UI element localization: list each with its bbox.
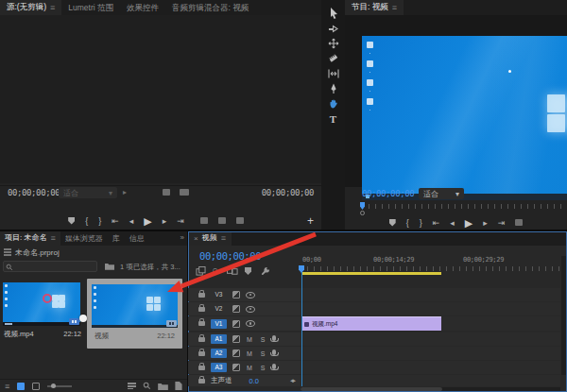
mute-button[interactable]: M <box>246 336 253 343</box>
track-target-a1[interactable]: A1 <box>211 334 227 344</box>
project-file-name[interactable]: 未命名.prproj <box>15 247 60 258</box>
track-lane-a2[interactable] <box>301 347 560 360</box>
track-visibility-icon[interactable] <box>246 306 255 313</box>
panel-menu-icon[interactable]: ≡ <box>221 231 226 246</box>
panel-menu-icon[interactable]: ≡ <box>50 0 55 15</box>
project-item-clip[interactable]: 视频.mp4 22:12 <box>3 281 82 341</box>
go-to-in-button[interactable]: ⇤ <box>112 214 119 228</box>
project-item-sequence-selected[interactable]: 视频 22:12 <box>87 279 182 349</box>
clip-thumbnail[interactable] <box>3 282 80 326</box>
razor-tool[interactable] <box>325 51 342 65</box>
tab-media-browser[interactable]: 媒体浏览器 <box>60 231 108 246</box>
zoom-slider-knob[interactable] <box>51 383 56 388</box>
solo-button[interactable]: S <box>259 336 266 343</box>
panel-menu-icon[interactable]: ≡ <box>50 231 55 246</box>
sync-lock-icon[interactable] <box>232 305 240 313</box>
timeline-current-timecode[interactable]: 00;00;00;00 <box>199 250 261 262</box>
sync-lock-icon[interactable] <box>232 364 240 371</box>
ripple-edit-tool[interactable] <box>325 36 342 50</box>
close-tab-icon[interactable]: × <box>194 231 198 246</box>
step-back-button[interactable]: ◂ <box>450 216 455 230</box>
program-zoom-select[interactable]: 适合 ▾ <box>419 188 464 199</box>
add-marker-button[interactable] <box>389 219 396 227</box>
track-target-a2[interactable]: A2 <box>211 349 227 358</box>
lock-icon[interactable] <box>198 337 205 342</box>
clip-name[interactable]: 视频.mp4 <box>4 330 34 339</box>
sync-lock-icon[interactable] <box>232 335 240 343</box>
timeline-horizontal-scrollbar[interactable] <box>301 387 560 391</box>
solo-button[interactable]: S <box>259 365 266 371</box>
track-target-a3[interactable]: A3 <box>211 363 227 372</box>
insert-button[interactable] <box>200 217 208 224</box>
drag-video-icon[interactable] <box>180 189 189 196</box>
settings-icon[interactable] <box>163 189 170 196</box>
source-current-timecode[interactable]: 00;00;00;00 <box>8 188 60 197</box>
freeform-view-button[interactable] <box>32 383 40 390</box>
program-current-timecode[interactable]: 00;00;00;00 <box>362 189 414 198</box>
track-select-forward-tool[interactable] <box>325 21 342 35</box>
pen-tool[interactable] <box>325 81 342 95</box>
go-to-out-button[interactable]: ⇥ <box>498 216 506 230</box>
add-marker-button[interactable] <box>245 267 251 275</box>
track-target-v1[interactable]: V1 <box>211 319 227 329</box>
go-to-in-button[interactable]: ⇤ <box>433 216 440 230</box>
scrubber-handle[interactable] <box>5 323 12 325</box>
track-target-v2[interactable]: V2 <box>211 304 227 314</box>
track-lane-v3[interactable] <box>301 288 560 301</box>
tab-info[interactable]: 信息 <box>125 231 149 246</box>
timeline-settings-wrench[interactable] <box>260 265 270 276</box>
search-input[interactable] <box>3 261 97 272</box>
find-button[interactable] <box>143 382 151 390</box>
timeline-playhead-line[interactable] <box>301 272 303 386</box>
step-back-button[interactable]: ◂ <box>129 214 134 228</box>
lock-icon[interactable] <box>198 307 205 312</box>
program-mini-ruler[interactable] <box>362 202 565 210</box>
sync-lock-icon[interactable] <box>232 291 240 298</box>
lock-icon[interactable] <box>198 351 205 356</box>
list-view-button[interactable]: ≡ <box>5 382 9 391</box>
hand-tool-selected[interactable] <box>325 96 342 111</box>
new-bin-button[interactable] <box>158 383 168 390</box>
new-item-button[interactable] <box>175 382 182 390</box>
scrollbar-thumb[interactable] <box>301 387 442 391</box>
solo-button[interactable]: S <box>259 350 266 357</box>
track-lane-a3[interactable] <box>301 361 560 374</box>
icon-view-button-active[interactable] <box>17 383 25 390</box>
panel-menu-icon[interactable]: ≡ <box>392 0 397 15</box>
mute-button[interactable]: M <box>246 350 253 357</box>
tab-project[interactable]: 项目: 未命名 ≡ <box>0 231 60 246</box>
expand-arrow-icon[interactable]: ▸ <box>123 188 127 196</box>
selection-tool[interactable] <box>325 6 342 20</box>
voiceover-record-icon[interactable] <box>272 349 276 355</box>
step-forward-button[interactable]: ▸ <box>483 216 488 230</box>
sync-lock-icon[interactable] <box>232 320 240 328</box>
nest-insert-toggle[interactable] <box>196 266 206 276</box>
work-area-bar[interactable] <box>301 272 441 275</box>
tab-lumetri-scopes[interactable]: Lumetri 范围 <box>61 0 120 15</box>
lock-icon[interactable] <box>198 321 205 326</box>
tab-program[interactable]: 节目: 视频 ≡ <box>345 0 404 15</box>
mark-in-button[interactable]: { <box>406 216 409 230</box>
sequence-thumbnail[interactable] <box>92 284 178 328</box>
add-marker-button[interactable] <box>68 217 75 225</box>
mark-in-button[interactable]: { <box>85 214 88 228</box>
fit-double-arrow-icon[interactable]: ◂▸ <box>290 377 295 384</box>
track-target-v3[interactable]: V3 <box>211 290 227 299</box>
lift-button[interactable] <box>515 219 523 226</box>
slip-tool[interactable] <box>325 66 342 80</box>
timeline-vertical-scrollbar[interactable] <box>561 256 566 375</box>
zoom-slider[interactable] <box>47 385 72 387</box>
tab-libraries[interactable]: 库 <box>108 231 125 246</box>
lock-icon[interactable] <box>198 366 205 370</box>
snap-toggle[interactable]: ∩ <box>212 264 218 275</box>
mute-button[interactable]: M <box>246 365 253 371</box>
tab-timeline-sequence[interactable]: × 视频 ≡ <box>188 231 232 246</box>
step-forward-button[interactable]: ▸ <box>163 214 167 228</box>
tab-source[interactable]: 源:(无剪辑) ≡ <box>0 0 61 15</box>
track-visibility-icon[interactable] <box>246 320 255 327</box>
tab-audio-clip-mixer[interactable]: 音频剪辑混合器: 视频 <box>165 0 255 15</box>
track-lane-a1[interactable] <box>301 332 560 346</box>
track-lane-v2[interactable] <box>301 302 560 315</box>
sequence-name[interactable]: 视频 <box>94 332 109 341</box>
source-zoom-select[interactable]: 适合 ▾ <box>59 187 117 198</box>
